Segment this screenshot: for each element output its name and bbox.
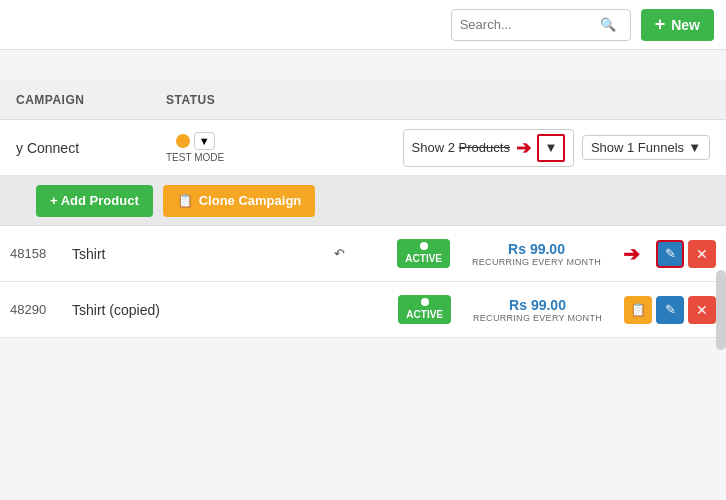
scrollbar[interactable] — [716, 270, 726, 350]
price-area-1: Rs 99.00 RECURRING EVERY MONTH — [472, 241, 601, 267]
delete-button-1[interactable]: ✕ — [688, 240, 716, 268]
add-product-button[interactable]: + Add Product — [36, 185, 153, 217]
plus-icon: + — [655, 14, 666, 35]
price-recurring-1: RECURRING EVERY MONTH — [472, 257, 601, 267]
edit-button-2[interactable]: ✎ — [656, 296, 684, 324]
red-arrow-products: ➔ — [516, 137, 531, 159]
status-block: ▼ TEST MODE — [166, 132, 224, 163]
clone-campaign-button[interactable]: 📋 Clone Campaign — [163, 185, 316, 217]
products-table: 48158 Tshirt ↶ ACTIVE Rs 99.00 RECURRING… — [0, 226, 726, 338]
product-name-1: Tshirt — [72, 246, 322, 262]
status-badge-2: ACTIVE — [398, 295, 451, 324]
table-row: 48290 Tshirt (copied) ACTIVE Rs 99.00 RE… — [0, 282, 726, 338]
price-amount-2: Rs 99.00 — [473, 297, 602, 313]
search-input[interactable] — [460, 17, 600, 32]
copy-button-2[interactable]: 📋 — [624, 296, 652, 324]
price-area-2: Rs 99.00 RECURRING EVERY MONTH — [473, 297, 602, 323]
actions-bar: + Add Product 📋 Clone Campaign — [0, 176, 726, 226]
chevron-down-icon: ▼ — [544, 140, 557, 155]
col-status-header: STATUS — [166, 93, 286, 107]
search-box[interactable]: 🔍 — [451, 9, 631, 41]
edit-button-1[interactable]: ✎ — [656, 240, 684, 268]
price-amount-1: Rs 99.00 — [472, 241, 601, 257]
clone-icon: 📋 — [177, 193, 193, 208]
search-icon: 🔍 — [600, 17, 616, 32]
status-label: TEST MODE — [166, 152, 224, 163]
status-dropdown[interactable]: ▼ — [194, 132, 215, 150]
show-funnels-btn[interactable]: Show 1 Funnels ▼ — [582, 135, 710, 160]
show-area: Show 2 Products ➔ ▼ Show 1 Funnels ▼ — [403, 129, 710, 167]
action-buttons-1: ✎ ✕ — [656, 240, 716, 268]
status-cell: ▼ TEST MODE — [166, 132, 286, 163]
new-button-label: New — [671, 17, 700, 33]
col-campaign-header: CAMPAIGN — [16, 93, 166, 107]
dropdown-chevron: ▼ — [199, 135, 210, 147]
show-products-label: Show 2 Products — [412, 140, 510, 155]
table-header: CAMPAIGN STATUS — [0, 80, 726, 120]
action-buttons-2: 📋 ✎ ✕ — [624, 296, 716, 324]
table-row: 48158 Tshirt ↶ ACTIVE Rs 99.00 RECURRING… — [0, 226, 726, 282]
product-name-2: Tshirt (copied) — [72, 302, 386, 318]
show-funnels-label: Show 1 Funnels — [591, 140, 684, 155]
delete-button-2[interactable]: ✕ — [688, 296, 716, 324]
cursor: ↶ — [334, 246, 345, 261]
price-recurring-2: RECURRING EVERY MONTH — [473, 313, 602, 323]
product-id-2: 48290 — [10, 302, 60, 317]
status-badge-1: ACTIVE — [397, 239, 450, 268]
status-dot-orange — [176, 134, 190, 148]
campaign-name: y Connect — [16, 140, 166, 156]
spacer — [0, 50, 726, 80]
clone-campaign-label: Clone Campaign — [199, 193, 302, 208]
red-arrow-row1: ➔ — [623, 242, 640, 266]
product-id-1: 48158 — [10, 246, 60, 261]
show-products-dropdown[interactable]: ▼ — [537, 134, 565, 162]
header: 🔍 + New — [0, 0, 726, 50]
campaign-row: y Connect ▼ TEST MODE Show 2 Products ➔ … — [0, 120, 726, 176]
new-button[interactable]: + New — [641, 9, 714, 41]
add-product-label: + Add Product — [50, 193, 139, 208]
funnels-chevron: ▼ — [688, 140, 701, 155]
